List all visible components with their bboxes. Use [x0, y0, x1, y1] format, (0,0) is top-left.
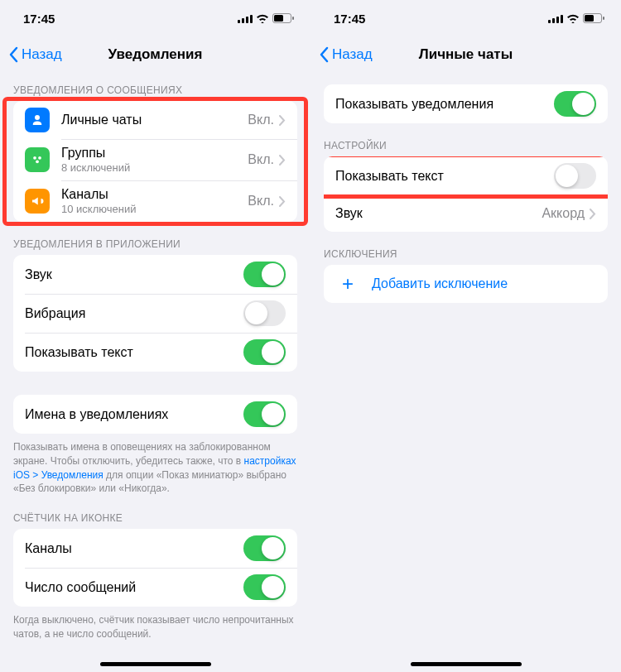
row-add-exception[interactable]: + Добавить исключение: [324, 265, 608, 303]
switch-badge-channels[interactable]: [243, 535, 286, 561]
svg-point-8: [38, 156, 41, 160]
svg-rect-12: [556, 17, 559, 23]
row-label: Вибрация: [25, 306, 243, 321]
group-settings: Показывать текст Звук Аккорд: [324, 156, 608, 232]
switch-sound[interactable]: [243, 262, 286, 287]
section-header-settings: НАСТРОЙКИ: [310, 123, 621, 156]
row-sound-setting[interactable]: Звук Аккорд: [324, 195, 608, 232]
back-label: Назад: [332, 46, 373, 63]
row-label: Показывать уведомления: [335, 97, 554, 112]
section-header-messages: УВЕДОМЛЕНИЯ О СООБЩЕНИЯХ: [0, 73, 310, 101]
wifi-icon: [566, 14, 580, 23]
megaphone-icon: [25, 189, 50, 214]
row-show-notifications[interactable]: Показывать уведомления: [324, 84, 608, 123]
chevron-right-icon: [279, 196, 286, 207]
row-show-text[interactable]: Показывать текст: [324, 156, 608, 195]
row-label: Имена в уведомлениях: [25, 407, 243, 422]
chevron-right-icon: [279, 155, 286, 166]
switch-show-text[interactable]: [243, 339, 286, 365]
signal-icon: [238, 14, 253, 23]
status-time: 17:45: [334, 12, 365, 26]
svg-rect-6: [292, 17, 294, 20]
row-label: Личные чаты: [61, 113, 248, 127]
phone-left: 17:45 Назад Уведомления УВЕДОМЛЕНИЯ О СО…: [0, 0, 310, 672]
row-names[interactable]: Имена в уведомлениях: [13, 395, 297, 434]
content-left: УВЕДОМЛЕНИЯ О СООБЩЕНИЯХ Личные чаты Вкл…: [0, 73, 310, 672]
row-badge-channels[interactable]: Каналы: [13, 529, 297, 568]
svg-rect-10: [548, 20, 551, 23]
group-exceptions: + Добавить исключение: [324, 265, 608, 303]
footer-names: Показывать имена в оповещениях на заблок…: [0, 434, 310, 496]
row-value: Вкл.: [248, 194, 274, 209]
wifi-icon: [256, 14, 269, 23]
chevron-right-icon: [590, 209, 596, 219]
phone-right: 17:45 Назад Личные чаты Показывать уведо…: [310, 0, 621, 672]
row-value: Вкл.: [248, 113, 274, 127]
plus-icon: +: [335, 271, 360, 296]
svg-rect-1: [242, 18, 244, 23]
status-icons: [548, 13, 604, 23]
row-label: Группы: [61, 146, 248, 161]
group-names: Имена в уведомлениях: [13, 395, 297, 434]
row-label: Звук: [25, 267, 243, 282]
status-time: 17:45: [23, 12, 55, 26]
group-badge: Каналы Число сообщений: [13, 529, 297, 607]
switch-names[interactable]: [243, 401, 286, 427]
footer-badge: Когда выключено, счётчик показывает числ…: [0, 607, 310, 641]
switch-show-text[interactable]: [554, 163, 596, 189]
svg-rect-15: [585, 15, 594, 22]
chevron-left-icon: [8, 46, 18, 63]
person-icon: [25, 108, 50, 132]
row-channels[interactable]: Каналы10 исключений Вкл.: [13, 180, 297, 222]
row-sublabel: 8 исключений: [61, 161, 248, 174]
svg-point-9: [36, 160, 39, 163]
group-show-notif: Показывать уведомления: [324, 84, 608, 123]
row-badge-count[interactable]: Число сообщений: [13, 568, 297, 607]
svg-rect-3: [250, 15, 253, 23]
svg-rect-16: [603, 17, 604, 20]
group-message-notifications: Личные чаты Вкл. Группы8 исключений Вкл.…: [13, 101, 297, 222]
battery-icon: [583, 13, 604, 23]
group-icon: [25, 147, 50, 172]
row-label: Число сообщений: [25, 580, 243, 595]
row-label: Каналы: [25, 541, 243, 556]
svg-rect-2: [246, 17, 248, 23]
back-button[interactable]: Назад: [8, 46, 62, 63]
row-label: Каналы: [61, 187, 248, 202]
row-sublabel: 10 исключений: [61, 203, 248, 215]
svg-rect-5: [274, 15, 283, 22]
svg-rect-0: [238, 20, 240, 23]
row-vibration[interactable]: Вибрация: [13, 294, 297, 333]
switch-vibration[interactable]: [243, 300, 286, 326]
svg-rect-11: [552, 18, 555, 23]
nav-bar: Назад Уведомления: [0, 36, 310, 73]
row-show-text[interactable]: Показывать текст: [13, 333, 297, 372]
section-header-badge: СЧЁТЧИК НА ИКОНКЕ: [0, 496, 310, 529]
switch-show-notifications[interactable]: [554, 91, 596, 117]
row-private-chats[interactable]: Личные чаты Вкл.: [13, 101, 297, 139]
back-button[interactable]: Назад: [319, 46, 373, 63]
row-label: Показывать текст: [25, 345, 243, 360]
chevron-right-icon: [279, 115, 286, 126]
row-label: Показывать текст: [335, 169, 554, 184]
home-indicator: [411, 662, 522, 666]
chevron-left-icon: [319, 46, 329, 63]
signal-icon: [548, 14, 563, 23]
status-icons: [238, 13, 294, 23]
battery-icon: [272, 13, 294, 23]
row-groups[interactable]: Группы8 исключений Вкл.: [13, 139, 297, 180]
add-exception-label: Добавить исключение: [372, 276, 508, 291]
row-sound[interactable]: Звук: [13, 255, 297, 294]
status-bar: 17:45: [0, 0, 310, 36]
section-header-exceptions: ИСКЛЮЧЕНИЯ: [310, 232, 621, 265]
svg-point-7: [33, 156, 36, 160]
switch-badge-count[interactable]: [243, 574, 286, 600]
group-inapp: Звук Вибрация Показывать текст: [13, 255, 297, 372]
nav-bar: Назад Личные чаты: [310, 36, 621, 73]
home-indicator: [100, 662, 211, 666]
back-label: Назад: [22, 46, 62, 63]
status-bar: 17:45: [310, 0, 621, 36]
row-value: Вкл.: [248, 152, 274, 167]
row-label: Звук: [335, 206, 542, 221]
content-right: Показывать уведомления НАСТРОЙКИ Показыв…: [310, 73, 621, 672]
